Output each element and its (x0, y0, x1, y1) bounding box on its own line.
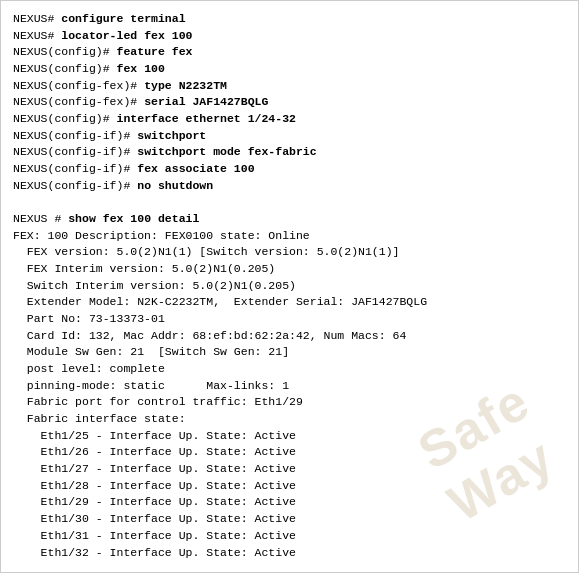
terminal-line: Eth1/28 - Interface Up. State: Active (13, 478, 566, 495)
terminal-line: NEXUS(config)# feature fex (13, 44, 566, 61)
terminal-line: Part No: 73-13373-01 (13, 311, 566, 328)
terminal-line: Fabric interface state: (13, 411, 566, 428)
terminal-line: FEX version: 5.0(2)N1(1) [Switch version… (13, 244, 566, 261)
terminal-line: FEX: 100 Description: FEX0100 state: Onl… (13, 228, 566, 245)
terminal-line: Extender Model: N2K-C2232TM, Extender Se… (13, 294, 566, 311)
terminal-line: Card Id: 132, Mac Addr: 68:ef:bd:62:2a:4… (13, 328, 566, 345)
terminal-line: post level: complete (13, 361, 566, 378)
terminal-line: Module Sw Gen: 21 [Switch Sw Gen: 21] (13, 344, 566, 361)
terminal-line: Switch Interim version: 5.0(2)N1(0.205) (13, 278, 566, 295)
terminal-container: NEXUS# configure terminalNEXUS# locator-… (0, 0, 579, 573)
terminal-line: FEX Interim version: 5.0(2)N1(0.205) (13, 261, 566, 278)
terminal-line: Eth1/26 - Interface Up. State: Active (13, 444, 566, 461)
terminal-line: NEXUS(config-if)# no shutdown (13, 178, 566, 195)
terminal-line: Fabric port for control traffic: Eth1/29 (13, 394, 566, 411)
terminal-line: NEXUS(config)# interface ethernet 1/24-3… (13, 111, 566, 128)
terminal-line: Eth1/31 - Interface Up. State: Active (13, 528, 566, 545)
terminal-line: NEXUS(config-if)# fex associate 100 (13, 161, 566, 178)
terminal-line: NEXUS# locator-led fex 100 (13, 28, 566, 45)
terminal-line: Eth1/25 - Interface Up. State: Active (13, 428, 566, 445)
terminal-line: Eth1/27 - Interface Up. State: Active (13, 461, 566, 478)
terminal-line: NEXUS(config-if)# switchport mode fex-fa… (13, 144, 566, 161)
terminal-line: Eth1/30 - Interface Up. State: Active (13, 511, 566, 528)
terminal-line: NEXUS(config-fex)# serial JAF1427BQLG (13, 94, 566, 111)
terminal-line: NEXUS(config-if)# switchport (13, 128, 566, 145)
terminal-line: Eth1/29 - Interface Up. State: Active (13, 494, 566, 511)
terminal-line: Eth1/32 - Interface Up. State: Active (13, 545, 566, 562)
terminal-line: NEXUS# configure terminal (13, 11, 566, 28)
terminal-line (13, 194, 566, 211)
terminal-output: NEXUS# configure terminalNEXUS# locator-… (13, 11, 566, 561)
terminal-line: NEXUS(config)# fex 100 (13, 61, 566, 78)
terminal-line: NEXUS(config-fex)# type N2232TM (13, 78, 566, 95)
terminal-line: NEXUS # show fex 100 detail (13, 211, 566, 228)
terminal-line: pinning-mode: static Max-links: 1 (13, 378, 566, 395)
